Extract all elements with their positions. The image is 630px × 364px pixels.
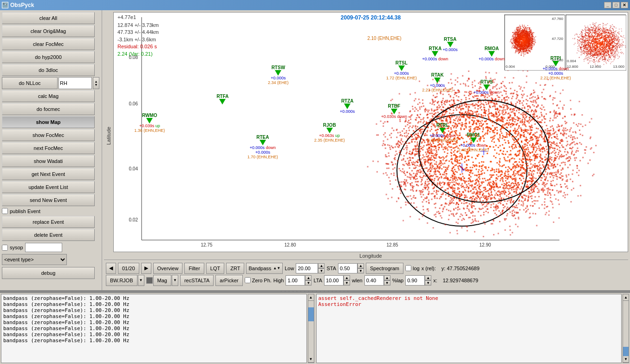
zrt-button[interactable]: ZRT — [226, 263, 244, 274]
lta-down-arrow[interactable]: ▼ — [344, 280, 350, 286]
lta-up-arrow[interactable]: ▲ — [344, 275, 350, 280]
lta-input[interactable] — [324, 275, 344, 286]
wlen-up-arrow[interactable]: ▲ — [384, 275, 390, 280]
low-spinner[interactable]: 20.00 ▲ ▼ — [296, 263, 325, 273]
debug-button[interactable]: debug — [2, 267, 95, 279]
prev-button[interactable]: ◀ — [106, 263, 116, 274]
bwrjob-arrow[interactable]: ▼ — [138, 275, 144, 286]
sysop-input[interactable] — [25, 243, 62, 252]
sta-up-arrow[interactable]: ▲ — [357, 263, 364, 268]
recstalta-button[interactable]: recSTALTA — [180, 275, 214, 286]
show-wadati-button[interactable]: show Wadati — [2, 155, 95, 167]
station-rtvs[interactable]: RTVS +0.000s down — [474, 79, 500, 95]
lta-spinner[interactable]: ▲ ▼ — [324, 275, 350, 286]
lta-arrows[interactable]: ▲ ▼ — [344, 275, 350, 286]
sta-spinner[interactable]: 0.50 ▲ ▼ — [338, 263, 364, 273]
sta-down-arrow[interactable]: ▼ — [357, 268, 364, 273]
log-scroll-thumb-left[interactable] — [308, 307, 314, 321]
log-scroll-up[interactable]: ▲ — [308, 294, 314, 301]
plap-up-arrow[interactable]: ▲ — [425, 275, 431, 280]
log-right-scroll-thumb[interactable] — [623, 347, 629, 356]
arpicker-button[interactable]: arPicker — [215, 275, 242, 286]
overview-button[interactable]: Overview — [153, 263, 183, 274]
low-arrows[interactable]: ▲ ▼ — [318, 263, 325, 273]
station-rwmo[interactable]: RWMO +0.039s up 1.36 (EHN,EHE) — [134, 113, 165, 133]
mag-button[interactable]: Mag — [153, 275, 171, 286]
low-input[interactable]: 20.00 — [296, 263, 318, 273]
station-rmoa[interactable]: RMOA +0.000s down — [479, 46, 505, 61]
station-rtfa[interactable]: RTFA — [216, 94, 228, 104]
wlen-arrows[interactable]: ▲ ▼ — [384, 275, 390, 286]
station-rmo1[interactable]: RMO1 +0.000s down 2.40 (EHN,EHE) — [458, 132, 489, 152]
log-scroll-down[interactable]: ▼ — [308, 356, 314, 363]
sta-input[interactable]: 0.50 — [338, 263, 357, 273]
low-up-arrow[interactable]: ▲ — [318, 263, 325, 268]
high-input[interactable] — [286, 275, 305, 286]
station-rtsw[interactable]: RTSW +0.000s 2.34 (EHE) — [268, 65, 289, 85]
mag-color-btn[interactable] — [146, 277, 153, 284]
clear-focmec-button[interactable]: clear FocMec — [2, 38, 95, 50]
mag-combo-group[interactable]: Mag ▼ — [146, 275, 178, 286]
log-checkbox[interactable] — [405, 265, 411, 271]
station-rtrl[interactable]: RTRL +0.000s down 2.89 (EHN,EHE) — [427, 123, 458, 143]
wlen-down-arrow[interactable]: ▼ — [384, 280, 390, 286]
clear-all-button[interactable]: clear All — [2, 12, 95, 24]
get-next-event-button[interactable]: get Next Event — [2, 168, 95, 180]
nlloc-combo[interactable]: RH RZ — [58, 77, 92, 89]
wlen-input[interactable] — [364, 275, 384, 286]
mag-arrow[interactable]: ▼ — [172, 275, 178, 286]
log-right-scroll-up[interactable]: ▲ — [623, 294, 629, 301]
show-focmec-button[interactable]: show FocMec — [2, 129, 95, 141]
close-button[interactable]: ✕ — [621, 2, 628, 8]
high-spinner[interactable]: ▲ ▼ — [286, 275, 312, 286]
plap-down-arrow[interactable]: ▼ — [425, 280, 431, 286]
sta-arrows[interactable]: ▲ ▼ — [357, 263, 364, 273]
send-new-event-button[interactable]: send New Event — [2, 194, 95, 206]
high-down-arrow[interactable]: ▼ — [305, 280, 312, 286]
minimize-button[interactable]: _ — [604, 2, 611, 8]
show-map-button[interactable]: show Map — [2, 116, 95, 128]
do-nlloc-button[interactable]: do NLLoc — [2, 77, 58, 89]
delete-event-button[interactable]: delete Event — [2, 229, 95, 241]
plap-input[interactable] — [405, 275, 425, 286]
station-rtpi[interactable]: RTPI +0.000s down +0.000s 2.22 (EHN,EHE) — [540, 56, 571, 80]
next-focmec-button[interactable]: next FocMec — [2, 142, 95, 154]
nlloc-combo-arrow[interactable]: ▲▼ — [93, 77, 99, 89]
sysop-checkbox[interactable] — [2, 245, 8, 251]
high-up-arrow[interactable]: ▲ — [305, 275, 312, 280]
map-plot[interactable]: // Generate scatter dots via SVG - done … — [113, 12, 628, 252]
zeroph-checkbox[interactable] — [245, 277, 251, 283]
log-left-scrollbar[interactable]: ▲ ▼ — [308, 294, 314, 363]
station-rjob[interactable]: RJOB +0.063s up 2.35 (EHN,EHE) — [314, 123, 345, 143]
bwrjob-combo-group[interactable]: BW.RJOB ▼ — [106, 275, 144, 286]
do-hyp2000-button[interactable]: do hyp2000 — [2, 51, 95, 63]
filter-button[interactable]: Filter — [184, 263, 204, 274]
plap-spinner[interactable]: ▲ ▼ — [405, 275, 431, 286]
publish-event-checkbox[interactable] — [2, 208, 8, 214]
replace-event-button[interactable]: replace Event — [2, 216, 95, 228]
update-event-list-button[interactable]: update Event List — [2, 181, 95, 193]
next-button[interactable]: ▶ — [141, 263, 151, 274]
do-focmec-button[interactable]: do focmec — [2, 103, 95, 115]
station-rtea[interactable]: RTEA +0.000s down +0.000s 1.70 (EHN,EHE) — [247, 135, 278, 159]
high-arrows[interactable]: ▲ ▼ — [305, 275, 312, 286]
station-rtza[interactable]: RTZA +0.000s — [340, 98, 355, 114]
low-down-arrow[interactable]: ▼ — [318, 268, 325, 273]
log-right-scroll-down[interactable]: ▼ — [623, 356, 629, 363]
clear-orig-mag-button[interactable]: clear Orig&Mag — [2, 25, 95, 37]
do-3dloc-button[interactable]: do 3dloc — [2, 64, 95, 76]
lqt-button[interactable]: LQT — [206, 263, 224, 274]
log-right-scrollbar[interactable]: ▲ ▼ — [623, 294, 629, 363]
bwrjob-button[interactable]: BW.RJOB — [106, 275, 137, 286]
station-rtsl[interactable]: RTSL +0.000s 1.72 (EHN,EHE) — [386, 60, 417, 80]
station-rtbf[interactable]: RTBF +0.030s down — [381, 104, 407, 119]
event-type-combo[interactable]: <event type> — [2, 254, 67, 265]
station-rtak[interactable]: RTAK +0.000s 2.23 (EHN,EHE) — [422, 72, 453, 92]
plap-arrows[interactable]: ▲ ▼ — [425, 275, 431, 286]
calc-mag-button[interactable]: calc Mag — [2, 90, 95, 102]
spectrogram-button[interactable]: Spectrogram — [366, 263, 403, 274]
station-rtsa[interactable]: RTSA +0.000s — [442, 37, 457, 52]
maximize-button[interactable]: □ — [612, 2, 620, 8]
window-controls[interactable]: _ □ ✕ — [604, 2, 628, 8]
bandpass-combo[interactable]: Bandpass ▲▼ — [246, 263, 283, 274]
